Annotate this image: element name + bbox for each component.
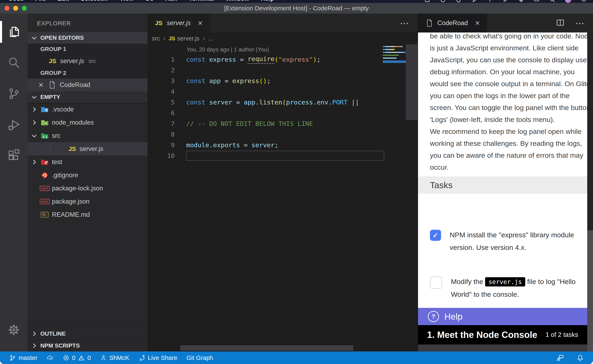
open-editor-coderoad[interactable]: ✕ CodeRoad <box>28 78 147 91</box>
tree-item-readme-md[interactable]: M↓README.md <box>28 208 147 221</box>
menu-item-edit[interactable]: Edit <box>57 0 69 2</box>
coderoad-webview: be able to check what's going on in your… <box>418 32 593 351</box>
code-token: express <box>209 56 240 63</box>
code-line-7[interactable]: 7// -- DO NOT EDIT BELOW THIS LINE <box>147 118 418 129</box>
tree-item-node-modules[interactable]: node_modules <box>28 116 147 129</box>
tree-item--gitignore[interactable]: .gitignore <box>28 169 147 182</box>
file-icon <box>48 81 56 89</box>
menu-item-file[interactable]: File <box>35 0 46 2</box>
code-line-9[interactable]: 9module.exports = server; <box>147 140 418 150</box>
more-actions-icon[interactable]: ⋯ <box>400 18 409 28</box>
feedback-icon[interactable] <box>556 354 564 362</box>
breadcrumb-file[interactable]: JS server.js <box>169 35 200 42</box>
tree-item-src[interactable]: src <box>28 129 147 142</box>
close-icon[interactable]: ✕ <box>475 20 480 27</box>
problems-item[interactable]: 0 0 <box>63 354 91 361</box>
code-line-10[interactable]: 10 <box>147 150 418 161</box>
lesson-footer[interactable]: 1. Meet the Node Console 1 of 2 tasks <box>418 325 587 344</box>
tree-item-package-lock-json[interactable]: npmpackage-lock.json <box>28 182 147 195</box>
menu-item-go[interactable]: Go <box>145 0 154 2</box>
menu-item-help[interactable]: Help <box>261 0 274 2</box>
tutorial-paragraph: be able to check what's going on in your… <box>418 32 587 173</box>
bell-icon[interactable] <box>577 354 584 362</box>
outline-section[interactable]: OUTLINE <box>28 328 147 339</box>
folder-section-header[interactable]: EMPTY <box>28 91 147 103</box>
code-token: = <box>240 56 247 63</box>
paragraph-line: occur. <box>430 161 586 173</box>
breadcrumb[interactable]: src › JS server.js › ... <box>147 32 418 45</box>
code-line-6[interactable]: 6 <box>147 108 418 118</box>
close-icon[interactable]: ✕ <box>198 20 203 27</box>
webview-scrollbar[interactable] <box>587 32 593 351</box>
source-control-icon[interactable] <box>0 78 28 109</box>
person-icon <box>100 354 107 361</box>
code-line-5[interactable]: 5const server = app.listen(process.env.P… <box>147 97 418 108</box>
traffic-lights[interactable] <box>5 3 27 13</box>
minimap[interactable] <box>383 46 406 63</box>
settings-gear-icon[interactable] <box>0 314 28 345</box>
tree-item-test[interactable]: test <box>28 156 147 169</box>
user-item[interactable]: ShMcK <box>100 354 129 361</box>
vertical-scrollbar[interactable] <box>406 45 418 120</box>
extensions-icon[interactable] <box>0 140 28 171</box>
npm-scripts-section[interactable]: NPM SCRIPTS <box>28 339 147 351</box>
code-token: const <box>186 98 209 106</box>
tab-coderoad[interactable]: CodeRoad ✕ <box>418 13 487 32</box>
code-line-2[interactable]: 2 <box>147 65 418 76</box>
code-line-3[interactable]: 3const app = express(); <box>147 76 418 86</box>
line-number: 5 <box>147 99 186 106</box>
checkbox-checked[interactable]: ✓ <box>430 230 441 241</box>
code-token: module <box>186 141 209 149</box>
menu-item-selection[interactable]: Selection <box>80 0 108 2</box>
run-debug-icon[interactable] <box>0 109 28 140</box>
code-token: process <box>286 98 313 106</box>
open-editors-header[interactable]: OPEN EDITORS <box>28 32 147 44</box>
zoom-window-button[interactable] <box>22 6 27 11</box>
git-graph-item[interactable]: Git Graph <box>186 354 213 361</box>
node-folder-icon <box>40 118 49 127</box>
paragraph-line: would see the console output in a termin… <box>430 78 586 90</box>
code-token: const <box>186 77 209 84</box>
checkbox-unchecked[interactable] <box>430 276 442 289</box>
code-line-8[interactable]: 8 <box>147 129 418 140</box>
close-icon[interactable]: ✕ <box>38 81 45 89</box>
explorer-icon[interactable] <box>0 16 28 47</box>
tab-label: server.js <box>167 19 191 27</box>
more-actions-icon[interactable]: ⋯ <box>575 18 585 28</box>
help-bar[interactable]: ? Help <box>418 308 587 325</box>
tree-item--vscode[interactable]: .vscode <box>28 103 147 116</box>
close-window-button[interactable] <box>5 6 9 11</box>
paragraph-line: you can be aware of the nature of errors… <box>430 149 586 161</box>
breadcrumb-symbol[interactable]: ... <box>208 35 213 42</box>
code-line-4[interactable]: 4 <box>147 86 418 97</box>
file-tree: .vscodenode_modulessrcJSserver.jstest.gi… <box>28 103 147 221</box>
open-editor-label: server.js <box>60 57 84 65</box>
menu-item-terminal[interactable]: Terminal <box>189 0 214 2</box>
minimize-window-button[interactable] <box>13 6 18 11</box>
git-branch-item[interactable]: master <box>9 354 38 361</box>
code-token: app <box>209 77 225 84</box>
menu-item-run[interactable]: Run <box>165 0 177 2</box>
tree-item-package-json[interactable]: npmpackage.json <box>28 195 147 208</box>
split-editor-icon[interactable] <box>555 18 565 28</box>
line-number: 7 <box>147 120 186 127</box>
tree-item-label: package-lock.json <box>52 185 103 192</box>
menu-item-view[interactable]: View <box>120 0 134 2</box>
code-line-1[interactable]: 1const express = require("express"); <box>147 54 418 65</box>
horizontal-scrollbar[interactable] <box>180 345 353 351</box>
code-editor[interactable]: You, 20 days ago | 1 author (You) 1const… <box>147 45 418 351</box>
live-share-item[interactable]: Live Share <box>138 354 177 361</box>
paragraph-line: you can open the logs in the lower part … <box>430 90 586 102</box>
breadcrumb-folder[interactable]: src <box>152 35 160 42</box>
menu-item-code[interactable]: Code <box>8 0 24 2</box>
open-editor-serverjs[interactable]: JS server.js src <box>28 55 147 67</box>
search-icon[interactable] <box>0 47 28 78</box>
codelens-blame[interactable]: You, 20 days ago | 1 author (You) <box>147 45 418 54</box>
tree-item-server-js[interactable]: JSserver.js <box>28 142 147 156</box>
sync-item[interactable] <box>47 354 53 361</box>
menu-item-window[interactable]: Window <box>226 0 249 2</box>
tab-serverjs[interactable]: JS server.js ✕ <box>147 13 210 32</box>
tree-item-label: README.md <box>52 211 90 218</box>
task-text-segment: Modify the <box>451 278 485 286</box>
outline-label: OUTLINE <box>40 331 66 337</box>
